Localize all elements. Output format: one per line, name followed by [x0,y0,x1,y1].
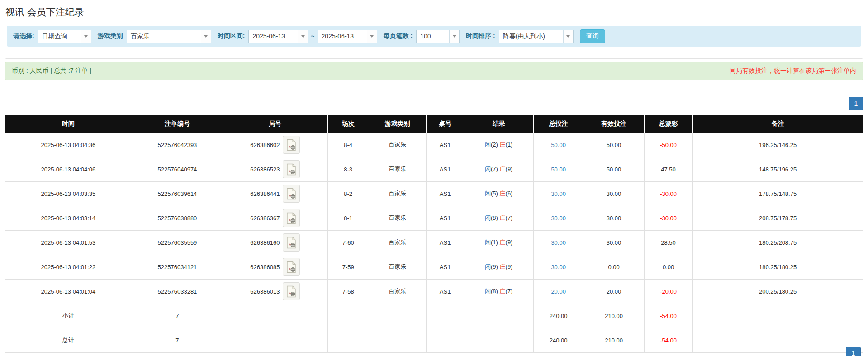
empty-cell [464,328,534,352]
result-cell: 闲(9) 庄(9) [464,255,534,279]
time-cell: 2025-06-13 04:01:04 [5,279,132,304]
result-player-score: (1) [491,239,498,246]
video-replay-button[interactable] [283,233,300,252]
time-sort-value: 降幂(由大到小) [499,30,563,43]
table-header-row: 时间注单编号局号场次游戏类别桌号结果总投注有效投注总派彩备注 [5,115,863,133]
table-row: 2025-06-13 04:03:35522576039614626386441… [5,181,863,206]
empty-cell [426,304,464,328]
page-size-select[interactable]: 100 [416,30,460,43]
session-cell: 7-58 [327,279,369,304]
round-number: 626386441 [250,190,280,197]
date-to-select[interactable]: 2025-06-13 [318,30,377,43]
column-header: 时间 [5,115,132,133]
summary-payout-cell: -54.00 [644,304,692,328]
video-file-icon [286,163,296,176]
result-player-label: 闲 [485,239,491,246]
page: 视讯 会员下注纪录 请选择: 日期查询 游戏类别 百家乐 时间区间: 2025-… [5,6,863,353]
table-number-cell: AS1 [426,157,464,181]
result-banker-score: (6) [506,190,513,197]
table-number-cell: AS1 [426,230,464,255]
date-range-separator: ~ [311,33,314,40]
column-header: 注单编号 [132,115,223,133]
table-row: 2025-06-13 04:01:53522576035559626386160… [5,230,863,255]
game-type-label: 游戏类别 [98,32,123,40]
column-header: 局号 [223,115,328,133]
pagination-bottom: 1 [846,347,861,356]
result-banker-score: (1) [506,141,513,148]
table-number-cell: AS1 [426,255,464,279]
game-type-value: 百家乐 [127,30,201,43]
video-replay-button[interactable] [283,136,300,154]
valid-bet-cell: 20.00 [583,279,645,304]
video-replay-button[interactable] [283,209,300,227]
summary-total-bet-cell: 240.00 [534,304,583,328]
pagination-page-1[interactable]: 1 [846,347,861,356]
session-cell: 7-60 [327,230,369,255]
result-player-score: (5) [491,190,498,197]
valid-bet-cell: 0.00 [583,255,645,279]
result-banker-score: (9) [506,239,513,246]
session-cell: 7-59 [327,255,369,279]
chevron-down-icon[interactable] [201,30,211,43]
total-bet-cell: 30.00 [534,255,583,279]
date-from-select[interactable]: 2025-06-13 [248,30,308,43]
video-replay-button[interactable] [283,282,300,300]
chevron-down-icon[interactable] [367,30,377,43]
round-number: 626386602 [250,142,280,148]
result-cell: 闲(5) 庄(6) [464,181,534,206]
chevron-down-icon[interactable] [563,30,573,43]
payout-cell: -20.00 [644,279,692,304]
game-type-select[interactable]: 百家乐 [127,30,211,43]
result-banker-label: 庄 [500,288,506,294]
chevron-down-icon[interactable] [298,30,308,43]
empty-cell [464,304,534,328]
column-header: 总派彩 [644,115,692,133]
result-banker-score: (9) [506,263,513,270]
column-header: 场次 [327,115,369,133]
payout-cell: -50.00 [644,133,692,157]
result-banker-label: 庄 [500,166,506,172]
session-cell: 8-4 [327,133,369,157]
summary-count-cell: 7 [132,304,223,328]
pagination-page-1[interactable]: 1 [849,97,863,110]
round-number-wrap: 626386602 [225,136,326,154]
valid-bet-cell: 50.00 [583,157,645,181]
total-bet-cell: 20.00 [534,279,583,304]
table-number-cell: AS1 [426,133,464,157]
remark-cell: 196.25/146.25 [693,133,863,157]
total-bet-link[interactable]: 30.00 [551,264,566,271]
video-replay-button[interactable] [283,185,300,203]
valid-bet-cell: 30.00 [583,206,645,230]
result-player-label: 闲 [485,263,491,270]
total-bet-cell: 50.00 [534,133,583,157]
valid-bet-cell: 30.00 [583,181,645,206]
remark-cell: 178.75/148.75 [693,181,863,206]
empty-cell [223,328,328,352]
result-player-label: 闲 [485,141,491,148]
result-cell: 闲(2) 庄(1) [464,133,534,157]
empty-cell [693,304,863,328]
video-replay-button[interactable] [283,258,300,276]
query-type-select[interactable]: 日期查询 [38,30,91,43]
chevron-down-icon[interactable] [449,30,459,43]
round-number-cell: 626386523 [223,157,328,181]
total-bet-link[interactable]: 50.00 [551,142,566,148]
total-bet-cell: 30.00 [534,230,583,255]
total-bet-link[interactable]: 50.00 [551,166,566,173]
result-cell: 闲(8) 庄(7) [464,206,534,230]
video-file-icon [286,212,296,224]
total-bet-link[interactable]: 20.00 [551,288,566,295]
chevron-down-icon[interactable] [81,30,91,43]
total-bet-cell: 50.00 [534,157,583,181]
total-bet-link[interactable]: 30.00 [551,190,566,197]
time-sort-select[interactable]: 降幂(由大到小) [499,30,574,43]
empty-cell [369,328,426,352]
bet-number-cell: 522576038880 [132,206,223,230]
game-type-cell: 百家乐 [369,230,426,255]
valid-bet-notice: 同局有效投注，统一计算在该局第一张注单内 [730,67,856,75]
column-header: 游戏类别 [369,115,426,133]
total-bet-link[interactable]: 30.00 [551,215,566,222]
video-replay-button[interactable] [283,160,300,178]
total-bet-link[interactable]: 30.00 [551,239,566,246]
search-button[interactable]: 查询 [580,29,605,43]
